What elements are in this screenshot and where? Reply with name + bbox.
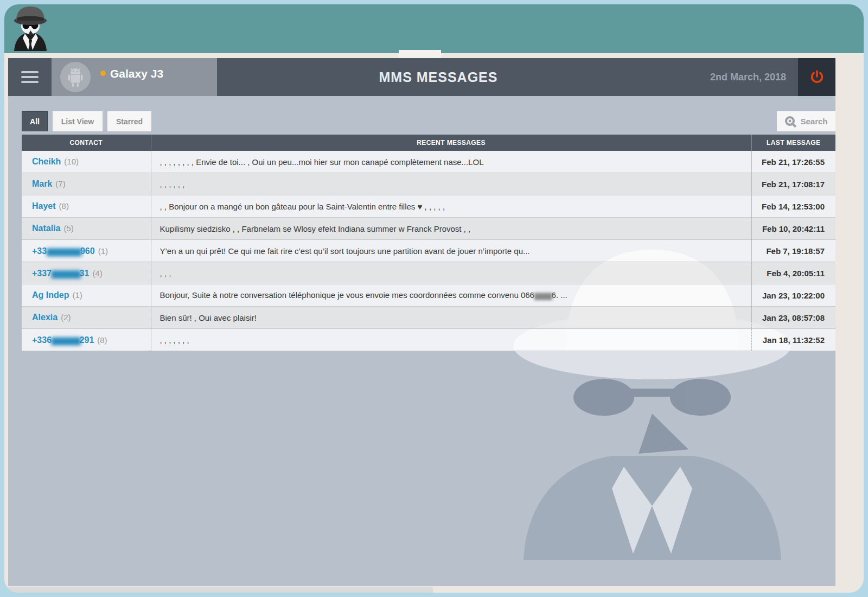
timestamp-cell: Feb 14, 12:53:00: [751, 195, 835, 218]
message-count: (1): [72, 290, 82, 300]
table-row[interactable]: +33▆▆▆▆▆▆960(1) Y’en a un qui prêt! Ce q…: [22, 240, 835, 262]
message-count: (10): [64, 157, 79, 166]
hamburger-icon: [21, 71, 39, 83]
menu-button[interactable]: [8, 58, 52, 96]
app-header: Galaxy J3 MMS MESSAGES 2nd March, 2018: [8, 58, 835, 96]
spy-logo-icon: [9, 5, 52, 51]
message-redacted: ▆▆▆: [534, 290, 552, 300]
contact-name-suffix: 31: [80, 269, 90, 278]
tab-list-view[interactable]: List View: [53, 111, 103, 131]
timestamp-cell: Feb 4, 20:05:11: [751, 262, 835, 284]
search-button[interactable]: Search: [777, 111, 835, 131]
column-header-contact[interactable]: CONTACT: [22, 135, 151, 151]
contact-cell: Ag Indep(1): [22, 284, 151, 307]
message-cell: Y’en a un qui prêt! Ce qui me fait rire …: [151, 240, 751, 262]
contact-name-suffix: 960: [80, 246, 95, 256]
contact-cell: Hayet(8): [22, 195, 151, 218]
message-cell: Kupilismy siedzisko , , Farbnelam se Wlo…: [151, 218, 751, 240]
column-header-recent-messages[interactable]: RECENT MESSAGES: [151, 135, 751, 151]
timestamp-cell: Feb 7, 19:18:57: [751, 240, 835, 262]
contact-cell: Natalia(5): [22, 218, 151, 240]
contact-name: Alexia: [32, 313, 58, 322]
contact-name: Natalia: [32, 224, 60, 233]
contact-name: Cheikh: [32, 157, 61, 166]
contact-name: +337: [32, 269, 52, 278]
table-row[interactable]: Hayet(8) , , Bonjour on a mangé un bon g…: [22, 195, 835, 218]
device-selector[interactable]: Galaxy J3: [52, 58, 217, 96]
table-row[interactable]: +336▆▆▆▆▆291(8) , , , , , , , Jan 18, 11…: [22, 329, 835, 351]
message-cell: Bonjour, Suite à notre conversation télé…: [151, 284, 751, 307]
message-text: , , ,: [160, 269, 171, 278]
timestamp-cell: Feb 10, 20:42:11: [751, 218, 835, 240]
timestamp-cell: Feb 21, 17:08:17: [751, 173, 835, 195]
message-text: Y’en a un qui prêt! Ce qui me fait rire …: [160, 246, 530, 256]
search-label: Search: [800, 117, 827, 126]
contact-redacted: ▆▆▆▆▆: [52, 335, 80, 345]
message-cell: , , Bonjour on a mangé un bon gâteau pou…: [151, 195, 751, 218]
contact-cell: Alexia(2): [22, 307, 151, 329]
tab-starred[interactable]: Starred: [107, 111, 151, 131]
table-row[interactable]: Cheikh(10) , , , , , , , , Envie de toi.…: [22, 151, 835, 173]
header-date: 2nd March, 2018: [710, 58, 786, 96]
timestamp-cell: Jan 18, 11:32:52: [751, 329, 835, 351]
contact-name: Ag Indep: [32, 290, 69, 300]
contact-cell: +337▆▆▆▆▆31(4): [22, 262, 151, 284]
message-cell: , , , , , , ,: [151, 329, 751, 351]
top-notch: [399, 50, 441, 59]
toolbar: All List View Starred Search: [22, 111, 835, 131]
contact-name-suffix: 291: [80, 335, 94, 345]
message-text: Kupilismy siedzisko , , Farbnelam se Wlo…: [160, 224, 471, 233]
logout-button[interactable]: [798, 58, 835, 96]
message-count: (5): [63, 224, 73, 233]
contact-cell: +336▆▆▆▆▆291(8): [22, 329, 151, 351]
tab-all[interactable]: All: [22, 111, 48, 131]
contact-name: +33: [32, 246, 47, 256]
mms-table: CONTACT RECENT MESSAGES LAST MESSAGE Che…: [22, 135, 835, 351]
timestamp-cell: Jan 23, 10:22:00: [751, 284, 835, 307]
contact-name: +336: [32, 335, 52, 345]
device-name: Galaxy J3: [110, 67, 163, 80]
content-area: All List View Starred Search: [8, 96, 835, 586]
message-cell: , , , , , ,: [151, 173, 751, 195]
table-row[interactable]: +337▆▆▆▆▆31(4) , , , Feb 4, 20:05:11: [22, 262, 835, 284]
message-text: , , , , , , ,: [160, 335, 189, 345]
app-window: Galaxy J3 MMS MESSAGES 2nd March, 2018: [8, 58, 835, 586]
message-cell: , , ,: [151, 262, 751, 284]
message-count: (8): [59, 201, 69, 211]
message-text: Bien sûr! , Oui avec plaisir!: [160, 313, 257, 322]
contact-cell: Mark(7): [22, 173, 151, 195]
message-text: Bonjour, Suite à notre conversation télé…: [160, 290, 534, 300]
column-header-last-message[interactable]: LAST MESSAGE: [751, 135, 835, 151]
contact-cell: +33▆▆▆▆▆▆960(1): [22, 240, 151, 262]
table-row[interactable]: Mark(7) , , , , , , Feb 21, 17:08:17: [22, 173, 835, 195]
android-icon: [65, 66, 86, 88]
message-count: (4): [92, 269, 102, 278]
message-count: (7): [55, 179, 65, 188]
message-cell: Bien sûr! , Oui avec plaisir!: [151, 307, 751, 329]
contact-cell: Cheikh(10): [22, 151, 151, 173]
message-count: (1): [98, 246, 108, 256]
message-count: (2): [61, 313, 71, 322]
top-banner: [4, 4, 864, 53]
table-row[interactable]: Natalia(5) Kupilismy siedzisko , , Farbn…: [22, 218, 835, 240]
online-status-dot: [100, 71, 106, 76]
contact-redacted: ▆▆▆▆▆: [52, 269, 80, 278]
contact-redacted: ▆▆▆▆▆▆: [47, 246, 80, 256]
table-row[interactable]: Alexia(2) Bien sûr! , Oui avec plaisir! …: [22, 307, 835, 329]
table-header-row: CONTACT RECENT MESSAGES LAST MESSAGE: [22, 135, 835, 151]
header-title-bar: MMS MESSAGES 2nd March, 2018: [217, 58, 798, 96]
message-count: (8): [97, 335, 107, 345]
message-text: , , Bonjour on a mangé un bon gâteau pou…: [160, 202, 445, 211]
avatar: [60, 62, 91, 92]
contact-name: Hayet: [32, 201, 56, 211]
timestamp-cell: Feb 21, 17:26:55: [751, 151, 835, 173]
message-cell: , , , , , , , , Envie de toi... , Oui un…: [151, 151, 751, 173]
contact-name: Mark: [32, 179, 52, 188]
message-text-suffix: 6. ...: [552, 290, 567, 300]
horizontal-scrollbar[interactable]: [4, 587, 433, 593]
power-icon: [810, 70, 824, 84]
message-text: , , , , , , , , Envie de toi... , Oui un…: [160, 157, 484, 167]
page-frame: Galaxy J3 MMS MESSAGES 2nd March, 2018: [4, 4, 864, 593]
table-row[interactable]: Ag Indep(1) Bonjour, Suite à notre conve…: [22, 284, 835, 307]
message-text: , , , , , ,: [160, 180, 185, 189]
